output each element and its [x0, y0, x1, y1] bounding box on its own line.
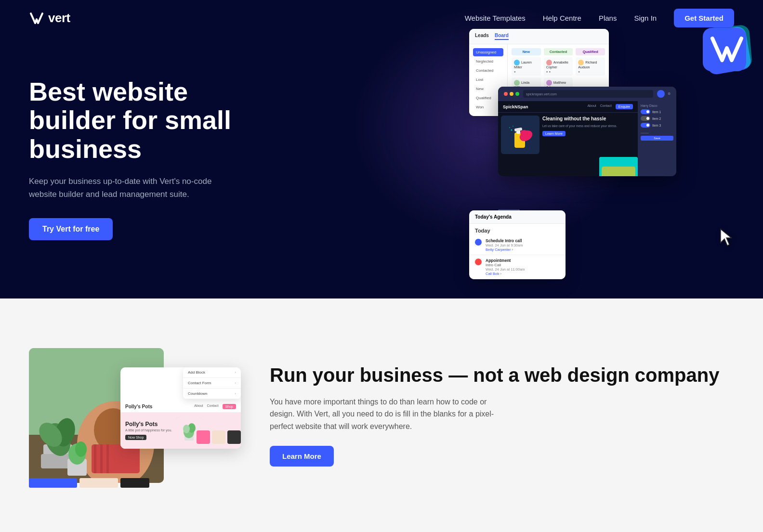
swatch-dark[interactable]: [227, 430, 241, 444]
agenda-title: Today's Agenda: [475, 214, 512, 220]
builder-toggle-1[interactable]: Item 1: [641, 109, 673, 114]
url-text: spicknspan.vert.com: [526, 92, 557, 96]
swatch-pink[interactable]: [197, 430, 210, 444]
cursor-icon: [719, 227, 734, 250]
section2: Add Block › Contact Form › Countdown › P…: [0, 298, 763, 532]
builder-sidebar-section-label: Harry Disco:: [641, 104, 673, 107]
svg-point-35: [183, 425, 190, 433]
block-countdown-label: Countdown: [188, 391, 207, 396]
section2-description: You have more important things to do tha…: [270, 396, 501, 433]
overlay-hero-tagline: A little pot of happiness for you.: [125, 428, 172, 432]
svg-point-11: [513, 126, 513, 127]
learn-more-button[interactable]: Learn More: [270, 446, 334, 467]
logo-text: vert: [48, 11, 70, 26]
crm-card-1: Lauren Miller ●: [512, 57, 541, 76]
nav-help-centre[interactable]: Help Centre: [543, 14, 581, 22]
overlay-nav: Polly's Pots About Contact Shop: [120, 401, 241, 413]
section2-title: Run your business — not a web design com…: [270, 364, 734, 386]
site-contact: Contact: [600, 104, 612, 109]
builder-topbar: spicknspan.vert.com ⚙: [498, 87, 676, 101]
svg-rect-20: [94, 444, 96, 473]
logo[interactable]: vert: [29, 11, 70, 26]
blocks-panel: Add Block › Contact Form › Countdown ›: [183, 367, 241, 399]
block-item-countdown[interactable]: Countdown ›: [183, 389, 241, 399]
swatch-peach[interactable]: [212, 430, 225, 444]
agenda-header: Today's Agenda: [469, 210, 566, 224]
agenda-date-label: Today: [469, 224, 566, 235]
blue-accent: [29, 478, 77, 488]
agenda-item-2-title: Appointment: [486, 258, 525, 263]
try-free-button[interactable]: Try Vert for free: [29, 218, 113, 240]
overlay-brand: Polly's Pots: [125, 404, 152, 409]
site-enquire-btn[interactable]: Enquire: [616, 104, 633, 109]
svg-point-10: [509, 127, 510, 128]
toggle-switch-2[interactable]: [641, 116, 650, 121]
overlay-contact: Contact: [207, 404, 219, 409]
agenda-item-1-content: Schedule Intro call Wed. 24 Jun at 9:30a…: [486, 238, 523, 252]
agenda-panel: Today's Agenda Today Schedule Intro call…: [469, 210, 566, 279]
builder-toggle-2[interactable]: Item 2: [641, 116, 673, 121]
crm-sidebar-lost[interactable]: Lost: [473, 76, 503, 84]
peach-accent: [79, 478, 118, 488]
site-teal-section: [498, 157, 638, 176]
site-nav-links: About Contact Enquire: [587, 104, 633, 109]
overlay-hero-heading: Polly's Pots: [125, 421, 172, 428]
block-item-form[interactable]: Contact Form ›: [183, 378, 241, 389]
dot-maximize: [515, 92, 519, 96]
crm-col-new: New: [512, 48, 541, 55]
block-add-chevron: ›: [235, 370, 236, 375]
site-about: About: [587, 104, 596, 109]
block-form-chevron: ›: [235, 381, 236, 385]
agenda-item-2-time: Wed. 24 Jun at 11:00am: [486, 267, 525, 272]
block-countdown-chevron: ›: [235, 391, 236, 396]
svg-point-9: [511, 130, 513, 131]
crm-card-3: Richard Auduon ●: [576, 57, 605, 76]
builder-toggle-3[interactable]: Item 3: [641, 123, 673, 128]
agenda-dot-2: [475, 259, 482, 265]
site-brand: SpickNSpan: [503, 104, 528, 109]
agenda-item-2: Appointment Intro Call Wed. 24 Jun at 11…: [469, 255, 566, 279]
block-item-add[interactable]: Add Block ›: [183, 367, 241, 378]
nav-plans[interactable]: Plans: [599, 14, 617, 22]
hero-content: Best website builder for small business …: [0, 20, 270, 279]
nav-sign-in[interactable]: Sign In: [634, 14, 657, 22]
toggle-label-1: Item 1: [652, 110, 661, 114]
crm-col-qualified: Qualified: [576, 48, 605, 55]
crm-col-contacted: Contacted: [544, 48, 573, 55]
toggle-switch-3[interactable]: [641, 123, 650, 128]
overlay-nav-links: About Contact Shop: [194, 404, 236, 409]
overlay-about: About: [194, 404, 203, 409]
builder-sidebar-extra: ──── Save: [641, 131, 673, 141]
get-started-button[interactable]: Get Started: [674, 9, 734, 27]
overlay-shop-btn[interactable]: Now Shop: [125, 435, 146, 440]
toggle-switch-1[interactable]: [641, 109, 650, 114]
site-learn-more-btn[interactable]: Learn More: [542, 131, 566, 136]
builder-url-bar[interactable]: spicknspan.vert.com: [523, 90, 653, 98]
block-form-label: Contact Form: [188, 381, 211, 385]
builder-content: SpickNSpan About Contact Enquire: [498, 101, 676, 176]
section2-text: Run your business — not a web design com…: [270, 364, 734, 467]
svg-rect-22: [106, 444, 109, 473]
crm-sidebar-contacted[interactable]: Contacted: [473, 66, 503, 75]
crm-sidebar-neglected[interactable]: Neglected: [473, 57, 503, 65]
nav-website-templates[interactable]: Website Templates: [465, 14, 526, 22]
site-hero-desc: Let us take care of your mess and reduce…: [542, 124, 635, 128]
overlay-shop-cta[interactable]: Shop: [223, 404, 236, 409]
agenda-item-2-content: Appointment Intro Call Wed. 24 Jun at 11…: [486, 258, 525, 276]
agenda-item-2-action[interactable]: Call Bob ›: [486, 272, 525, 276]
dot-close: [504, 92, 508, 96]
builder-extra-icons: ⚙: [668, 92, 671, 96]
nav-links: Website Templates Help Centre Plans Sign…: [465, 9, 734, 27]
user-avatar: [657, 90, 665, 98]
overlay-hero-text: Polly's Pots A little pot of happiness f…: [125, 421, 172, 440]
hero-visuals: Leads Board Unassigned Neglected Contact…: [460, 24, 763, 284]
svg-rect-21: [100, 444, 103, 473]
crm-sidebar-unassigned[interactable]: Unassigned: [473, 48, 503, 56]
site-hero-text: Cleaning without the hassle Let us take …: [542, 116, 635, 154]
builder-window-controls: [504, 92, 519, 96]
dark-accent: [120, 478, 149, 488]
builder-panel: spicknspan.vert.com ⚙ SpickNSpan About C…: [498, 87, 676, 176]
crm-card-2: Annabelle Copher ● ●: [544, 57, 573, 76]
builder-save-btn[interactable]: Save: [641, 136, 673, 141]
agenda-item-1-person[interactable]: Betty Carpenter ›: [486, 247, 523, 252]
